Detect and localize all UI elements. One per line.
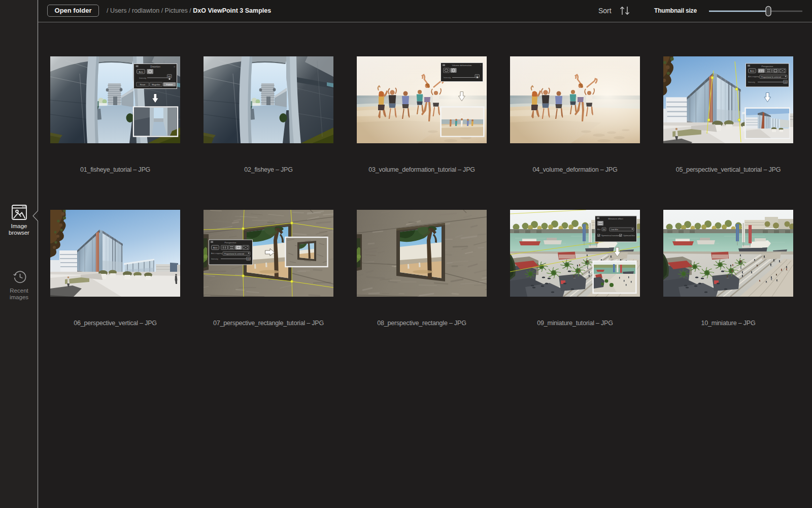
svg-text:63: 63 xyxy=(168,76,171,78)
svg-text:Symmetrical transition: Symmetrical transition xyxy=(601,235,619,237)
svg-text:Auto: Auto xyxy=(750,70,755,72)
svg-text:Perspective: Perspective xyxy=(762,65,773,68)
svg-text:100: 100 xyxy=(247,258,250,260)
svg-text:Low blur: Low blur xyxy=(611,229,619,231)
svg-text:Intensity: Intensity xyxy=(748,81,755,83)
svg-text:Anti-cropping: Anti-cropping xyxy=(211,252,222,255)
svg-text:Anti-cropping: Anti-cropping xyxy=(748,76,759,78)
svg-text:Perspective: Perspective xyxy=(225,241,236,244)
svg-text:Reset: Reset xyxy=(140,83,146,86)
svg-text:Publish: Publish xyxy=(166,83,173,86)
svg-text:?: ? xyxy=(480,65,481,67)
svg-text:Auto: Auto xyxy=(213,246,218,249)
svg-text:Distortion: Distortion xyxy=(150,66,160,68)
svg-text:Auto: Auto xyxy=(139,71,143,73)
svg-text:Intensity: Intensity xyxy=(211,258,218,260)
svg-text:100: 100 xyxy=(784,81,787,83)
svg-text:Proportional & centered: Proportional & centered xyxy=(224,253,244,255)
svg-text:Intensity: Intensity xyxy=(444,77,451,79)
svg-text:Volume deformation: Volume deformation xyxy=(452,64,472,67)
svg-text:Intensity: Intensity xyxy=(139,77,146,79)
svg-text:Blur: Blur xyxy=(597,229,601,231)
svg-text:Proportional & centered: Proportional & centered xyxy=(761,76,781,78)
svg-text:50: 50 xyxy=(603,229,605,231)
svg-text:⚙: ⚙ xyxy=(174,66,176,68)
svg-text:Optimized blur: Optimized blur xyxy=(623,235,635,237)
svg-text:Miniature effect: Miniature effect xyxy=(608,217,623,220)
svg-text:Magnifier: Magnifier xyxy=(152,83,160,86)
